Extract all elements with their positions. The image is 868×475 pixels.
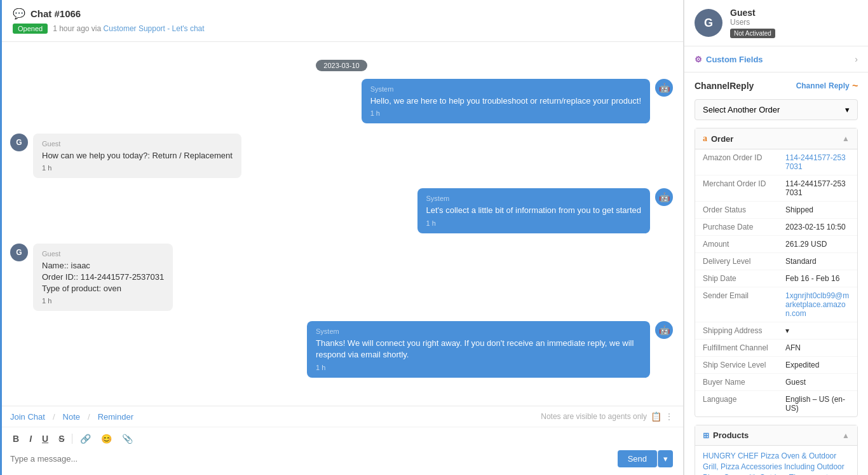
- field-label: Ship Service Level: [703, 361, 785, 369]
- field-value-order-status: Shipped: [785, 205, 850, 214]
- input-links: Join Chat / Note / Reminder: [10, 412, 133, 422]
- bubble-time: 1 h: [316, 364, 641, 371]
- sidebar-user-info: Guest Users Not Activated: [730, 8, 858, 38]
- order-section-header[interactable]: a Order ▲: [695, 128, 857, 149]
- bubble-label: Guest: [42, 250, 164, 258]
- underline-button[interactable]: U: [39, 432, 51, 445]
- note-link[interactable]: Note: [63, 412, 80, 422]
- message-bubble-guest: Guest Name:: isaac Order ID:: 114-244157…: [33, 244, 173, 312]
- chevron-up-icon: ▲: [842, 431, 850, 440]
- order-section: a Order ▲ Amazon Order ID 114-2441577-25…: [695, 128, 858, 417]
- order-fields: Amazon Order ID 114-2441577-2537031 Merc…: [695, 149, 857, 416]
- chat-title: Chat #1066: [31, 8, 81, 19]
- bubble-time: 1 h: [426, 219, 641, 227]
- strikethrough-button[interactable]: S: [56, 432, 67, 445]
- message-row: 🤖 System Thanks! We will connect you rig…: [10, 321, 673, 377]
- field-value-language: English – US (en-US): [785, 395, 850, 413]
- message-row: 🤖 System Let's collect a little bit of i…: [10, 188, 673, 233]
- sidebar-avatar: G: [695, 9, 722, 37]
- bubble-time: 1 h: [42, 164, 233, 172]
- custom-fields-title: ⚙ Custom Fields: [695, 55, 763, 64]
- order-section-title: a Order: [703, 134, 733, 144]
- sidebar-role: Users: [730, 18, 858, 27]
- bubble-label: Guest: [42, 140, 233, 148]
- bot-icon: 🤖: [655, 188, 673, 206]
- chat-meta-link[interactable]: Customer Support - Let's chat: [104, 24, 205, 33]
- field-label: Buyer Name: [703, 378, 785, 387]
- bubble-text: Name:: isaac Order ID:: 114-2441577-2537…: [42, 260, 164, 295]
- order-field-row: Amazon Order ID 114-2441577-2537031: [695, 149, 857, 176]
- message-row: G Guest Name:: isaac Order ID:: 114-2441…: [10, 244, 673, 312]
- notes-visible: Notes are visible to agents only 📋 ⋮: [541, 411, 673, 422]
- field-value-ship-date: Feb 16 - Feb 16: [785, 274, 850, 283]
- send-expand-button[interactable]: ▾: [658, 450, 673, 467]
- bubble-text: Thanks! We will connect you right away. …: [316, 338, 641, 361]
- bold-button[interactable]: B: [10, 432, 22, 445]
- more-options-icon[interactable]: ⋮: [665, 412, 673, 421]
- order-field-row: Sender Email 1xgnrjht0clb99@marketplace.…: [695, 287, 857, 322]
- field-value-purchase-date: 2023-02-15 10:50: [785, 223, 850, 231]
- select-order-label: Select Another Order: [703, 105, 780, 114]
- field-label: Order Status: [703, 205, 785, 214]
- select-order-dropdown[interactable]: Select Another Order ▾: [695, 99, 858, 120]
- reminder-link[interactable]: Reminder: [98, 412, 133, 422]
- field-label: Ship Date: [703, 274, 785, 283]
- avatar: G: [10, 244, 28, 261]
- input-toolbar: B I U S 🔗 😊 📎: [0, 427, 683, 450]
- chat-icon: 💬: [13, 8, 25, 20]
- logo-reply: Reply: [829, 81, 850, 90]
- join-chat-link[interactable]: Join Chat: [10, 412, 45, 422]
- chevron-up-icon: ▲: [842, 134, 850, 143]
- order-field-row: Fulfillment Channel AFN: [695, 340, 857, 357]
- input-area: Join Chat / Note / Reminder Notes are vi…: [0, 406, 683, 475]
- not-activated-badge: Not Activated: [730, 29, 775, 38]
- link-button[interactable]: 🔗: [78, 432, 93, 445]
- logo-text: Channel: [796, 81, 826, 90]
- toolbar-separator: [72, 434, 72, 444]
- field-label: Merchant Order ID: [703, 179, 785, 197]
- order-field-row: Purchase Date 2023-02-15 10:50: [695, 219, 857, 236]
- bubble-text: How can we help you today?: Return / Rep…: [42, 150, 233, 162]
- order-field-row: Language English – US (en-US): [695, 391, 857, 416]
- field-value-sender-email[interactable]: 1xgnrjht0clb99@marketplace.amazon.com: [785, 291, 850, 318]
- field-value-amazon-order-id[interactable]: 114-2441577-2537031: [785, 153, 850, 171]
- order-field-row: Amount 261.29 USD: [695, 236, 857, 253]
- custom-fields-icon: ⚙: [695, 55, 702, 64]
- input-field-row: Send ▾: [0, 450, 683, 475]
- bot-icon: 🤖: [655, 79, 673, 97]
- product-link[interactable]: HUNGRY CHEF Pizza Oven & Outdoor Grill, …: [695, 446, 857, 475]
- message-bubble-system: System Let's collect a little bit of inf…: [417, 188, 650, 233]
- bubble-label: System: [316, 327, 641, 335]
- bubble-time: 1 h: [370, 109, 641, 117]
- channel-reply-title: ChannelReply: [695, 81, 754, 91]
- message-row: 🤖 System Hello, we are here to help you …: [10, 79, 673, 123]
- message-bubble-system: System Thanks! We will connect you right…: [307, 321, 650, 377]
- message-bubble-guest: Guest How can we help you today?: Return…: [33, 134, 241, 178]
- custom-fields-section[interactable]: ⚙ Custom Fields ›: [684, 46, 868, 72]
- sidebar-user-section: G Guest Users Not Activated: [684, 0, 868, 46]
- date-pill: 2023-03-10: [316, 60, 367, 71]
- channel-reply-logo: Channel Reply ~: [796, 80, 858, 92]
- attachment-button[interactable]: 📎: [119, 432, 135, 445]
- products-section-header[interactable]: ⊞ Products ▲: [695, 425, 857, 446]
- field-label: Language: [703, 395, 785, 413]
- notes-icon: 📋: [651, 411, 661, 422]
- message-row: G Guest How can we help you today?: Retu…: [10, 134, 673, 178]
- field-value-merchant-order-id: 114-2441577-2537031: [785, 179, 850, 197]
- order-field-row: Buyer Name Guest: [695, 374, 857, 391]
- field-label: Delivery Level: [703, 257, 785, 266]
- chevron-right-icon: ›: [855, 54, 858, 64]
- field-label: Amazon Order ID: [703, 153, 785, 171]
- chevron-down-icon: ▾: [845, 105, 850, 114]
- logo-swoosh: ~: [852, 80, 858, 92]
- separator: /: [88, 412, 90, 422]
- italic-button[interactable]: I: [27, 432, 34, 445]
- send-button[interactable]: Send: [618, 450, 657, 467]
- order-field-row: Merchant Order ID 114-2441577-2537031: [695, 176, 857, 202]
- message-input[interactable]: [10, 454, 613, 464]
- field-value-shipping-address[interactable]: ▾: [785, 326, 850, 335]
- field-value-fulfillment-channel: AFN: [785, 343, 850, 352]
- channel-reply-section: ChannelReply Channel Reply ~ Select Anot…: [684, 72, 868, 475]
- order-field-row: Delivery Level Standard: [695, 253, 857, 270]
- emoji-button[interactable]: 😊: [98, 432, 114, 445]
